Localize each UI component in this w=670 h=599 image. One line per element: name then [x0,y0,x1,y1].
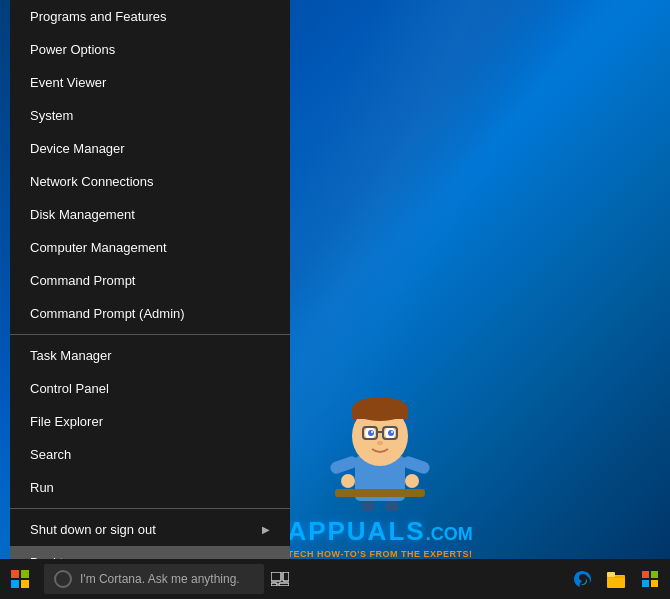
menu-item-command-prompt-admin[interactable]: Command Prompt (Admin) [10,297,290,330]
menu-separator-1 [10,334,290,335]
start-button[interactable] [0,559,40,599]
menu-item-control-panel[interactable]: Control Panel [10,372,290,405]
svg-rect-28 [279,583,289,586]
appuals-tagline: TECH HOW-TO'S FROM THE EXPERTS! [288,549,473,559]
menu-item-disk-management[interactable]: Disk Management [10,198,290,231]
svg-point-17 [405,474,419,488]
menu-item-system[interactable]: System [10,99,290,132]
menu-item-task-manager[interactable]: Task Manager [10,339,290,372]
svg-point-8 [371,431,373,433]
svg-rect-27 [271,583,277,586]
svg-point-16 [341,474,355,488]
cortana-search[interactable]: I'm Cortana. Ask me anything. [44,564,264,594]
menu-item-search[interactable]: Search [10,438,290,471]
svg-point-9 [391,431,393,433]
svg-rect-3 [352,409,408,419]
svg-point-7 [388,430,394,436]
appuals-character [330,381,430,511]
svg-rect-14 [330,455,359,476]
svg-rect-23 [11,580,19,588]
taskbar: I'm Cortana. Ask me anything. [0,559,670,599]
svg-rect-32 [651,571,658,578]
appuals-logo-text: APPUALS [287,516,425,547]
appuals-branding: APPUALS .COM TECH HOW-TO'S FROM THE EXPE… [270,359,490,559]
menu-item-programs-features[interactable]: Programs and Features [10,0,290,33]
svg-rect-15 [401,455,430,476]
store-icon [640,569,660,589]
windows-logo-icon [11,570,29,588]
svg-rect-19 [362,501,374,511]
submenu-arrow-icon: ▶ [262,524,270,535]
svg-rect-26 [283,572,289,581]
task-view-button[interactable] [264,559,296,599]
menu-separator-2 [10,508,290,509]
svg-rect-34 [651,580,658,587]
svg-point-6 [368,430,374,436]
svg-rect-20 [386,501,398,511]
menu-item-shutdown-signout[interactable]: Shut down or sign out ▶ [10,513,290,546]
menu-item-event-viewer[interactable]: Event Viewer [10,66,290,99]
taskbar-right-icons [570,567,670,591]
menu-item-run[interactable]: Run [10,471,290,504]
context-menu: Programs and Features Power Options Even… [10,0,290,559]
svg-rect-31 [642,571,649,578]
svg-rect-25 [271,572,281,581]
svg-rect-30 [607,572,615,577]
menu-item-file-explorer[interactable]: File Explorer [10,405,290,438]
appuals-domain: .COM [426,524,473,545]
svg-rect-18 [335,489,425,497]
menu-item-device-manager[interactable]: Device Manager [10,132,290,165]
cortana-placeholder: I'm Cortana. Ask me anything. [80,572,240,586]
svg-rect-22 [21,570,29,578]
svg-point-13 [377,441,383,445]
task-view-icon [271,572,289,586]
menu-item-command-prompt[interactable]: Command Prompt [10,264,290,297]
menu-item-network-connections[interactable]: Network Connections [10,165,290,198]
file-explorer-button[interactable] [604,567,628,591]
svg-rect-21 [11,570,19,578]
menu-item-power-options[interactable]: Power Options [10,33,290,66]
file-explorer-icon [606,569,626,589]
menu-item-computer-management[interactable]: Computer Management [10,231,290,264]
edge-icon [572,569,592,589]
cortana-icon [54,570,72,588]
edge-button[interactable] [570,567,594,591]
svg-rect-24 [21,580,29,588]
svg-rect-33 [642,580,649,587]
store-button[interactable] [638,567,662,591]
